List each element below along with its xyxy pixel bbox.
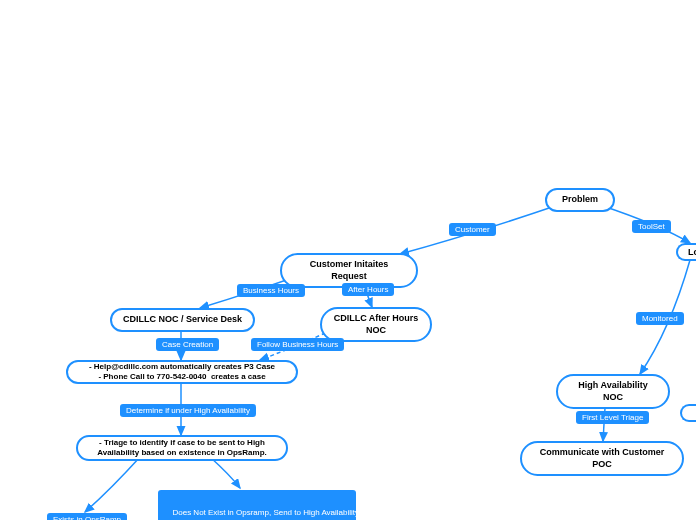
node-noc-sd[interactable]: CDILLC NOC / Service Desk [110,308,255,332]
node-case-block[interactable]: - Help@cdillc.com automatically creates … [66,360,298,384]
edge-business-hours: Business Hours [237,284,305,297]
edge-determine: Determine if under High Availability [120,404,256,417]
node-logic-partial[interactable]: Logic [676,243,696,261]
label: - Help@cdillc.com automatically creates … [89,362,275,383]
edge-send-ha: Does Not Exist in Opsramp, Send to High … [158,490,356,520]
edge-follow-bh: Follow Business Hours [251,338,344,351]
label: CDILLC NOC / Service Desk [123,314,242,326]
label: Logic [688,247,696,257]
edge-exists: Exists in OpsRamp [47,513,127,520]
edge-toolset: ToolSet [632,220,671,233]
node-partial-right[interactable] [680,404,696,422]
label: Customer Initaites Request [292,259,406,282]
edge-first-triage: First Level Triage [576,411,649,424]
label: CDILLC After Hours NOC [332,313,420,336]
label: Communicate with Customer POC [532,447,672,470]
node-triage[interactable]: - Triage to identify if case to be sent … [76,435,288,461]
label: High Availability NOC [568,380,658,403]
node-ha-noc[interactable]: High Availability NOC [556,374,670,409]
edge-customer: Customer [449,223,496,236]
node-comm-poc[interactable]: Communicate with Customer POC [520,441,684,476]
edge-monitored: Monitored [636,312,684,325]
label: - Triage to identify if case to be sent … [97,438,267,459]
edge-after-hours: After Hours [342,283,394,296]
node-problem[interactable]: Problem [545,188,615,212]
edge-case-creation: Case Creation [156,338,219,351]
label: Problem [562,194,598,206]
